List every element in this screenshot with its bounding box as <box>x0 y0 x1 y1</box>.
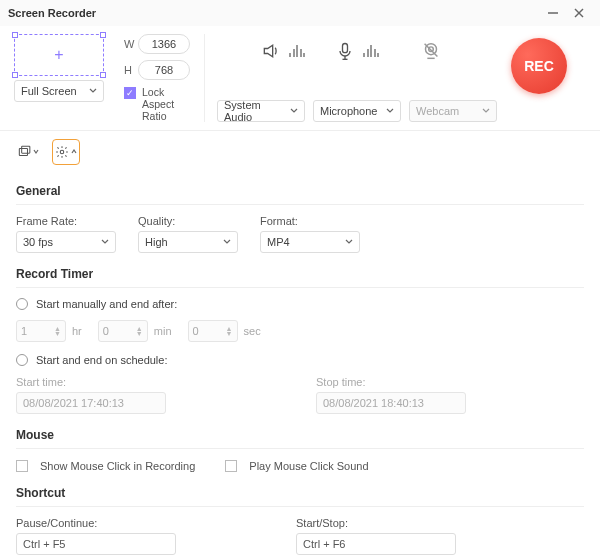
start-time-label: Start time: <box>16 376 166 388</box>
tool-row <box>0 131 600 174</box>
dimensions: W 1366 H 768 ✓ Lock Aspect Ratio <box>124 34 192 122</box>
timer-option-manual[interactable]: Start manually and end after: <box>16 298 584 310</box>
checkbox-icon: ✓ <box>16 460 28 472</box>
record-button[interactable]: REC <box>511 38 567 94</box>
height-label: H <box>124 64 138 76</box>
timer-option-schedule[interactable]: Start and end on schedule: <box>16 354 584 366</box>
minimize-button[interactable] <box>540 0 566 26</box>
quality-label: Quality: <box>138 215 238 227</box>
section-timer: Record Timer <box>16 253 584 288</box>
separator <box>204 34 205 122</box>
stop-time-input[interactable]: 08/08/2021 18:40:13 <box>316 392 466 414</box>
stop-time-label: Stop time: <box>316 376 466 388</box>
svg-point-11 <box>60 150 64 154</box>
audio-source-select[interactable]: System Audio <box>217 100 305 122</box>
capture-region-frame[interactable]: + <box>14 34 104 76</box>
section-general: General <box>16 174 584 205</box>
chevron-down-icon <box>345 238 353 246</box>
section-shortcut: Shortcut <box>16 472 584 507</box>
startstop-shortcut-input[interactable]: Ctrl + F6 <box>296 533 456 555</box>
svg-rect-9 <box>19 149 27 156</box>
framerate-label: Frame Rate: <box>16 215 116 227</box>
start-time-input[interactable]: 08/08/2021 17:40:13 <box>16 392 166 414</box>
svg-rect-3 <box>343 44 348 53</box>
play-click-sound-checkbox[interactable]: ✓ Play Mouse Click Sound <box>225 459 368 472</box>
show-mouse-click-checkbox[interactable]: ✓ Show Mouse Click in Recording <box>16 459 195 472</box>
close-button[interactable] <box>566 0 592 26</box>
chevron-down-icon <box>386 107 394 115</box>
hours-input[interactable]: 1▲▼ <box>16 320 66 342</box>
capture-preset-select[interactable]: Full Screen <box>14 80 104 102</box>
minutes-unit: min <box>154 325 172 337</box>
checkbox-checked-icon: ✓ <box>124 87 136 99</box>
duration-row: 1▲▼ hr 0▲▼ min 0▲▼ sec <box>16 320 584 342</box>
seconds-input[interactable]: 0▲▼ <box>188 320 238 342</box>
timer-option-manual-label: Start manually and end after: <box>36 298 177 310</box>
hours-unit: hr <box>72 325 82 337</box>
record-button-label: REC <box>524 58 554 74</box>
format-label: Format: <box>260 215 360 227</box>
section-mouse: Mouse <box>16 414 584 449</box>
window-title: Screen Recorder <box>8 7 96 19</box>
titlebar: Screen Recorder <box>0 0 600 26</box>
settings-panel: General Frame Rate: 30 fps Quality: High… <box>0 174 600 555</box>
screenshot-tool[interactable] <box>14 139 42 165</box>
pause-shortcut-input[interactable]: Ctrl + F5 <box>16 533 176 555</box>
height-input[interactable]: 768 <box>138 60 190 80</box>
microphone-icon[interactable] <box>335 40 379 62</box>
lock-aspect-label: Lock Aspect Ratio <box>142 86 192 122</box>
quality-select[interactable]: High <box>138 231 238 253</box>
seconds-unit: sec <box>244 325 261 337</box>
mic-source-select[interactable]: Microphone <box>313 100 401 122</box>
audio-source-value: System Audio <box>224 99 290 123</box>
capture-preset-value: Full Screen <box>21 85 77 97</box>
chevron-down-icon <box>223 238 231 246</box>
framerate-select[interactable]: 30 fps <box>16 231 116 253</box>
chevron-down-icon <box>101 238 109 246</box>
chevron-down-icon <box>482 107 490 115</box>
capture-and-sources: + Full Screen W 1366 H 768 ✓ Lock Aspect… <box>0 26 600 131</box>
startstop-shortcut-label: Start/Stop: <box>296 517 456 529</box>
webcam-source-value: Webcam <box>416 105 459 117</box>
chevron-down-icon <box>89 87 97 95</box>
width-input[interactable]: 1366 <box>138 34 190 54</box>
mic-source-value: Microphone <box>320 105 377 117</box>
webcam-source-select[interactable]: Webcam <box>409 100 497 122</box>
format-select[interactable]: MP4 <box>260 231 360 253</box>
show-mouse-click-label: Show Mouse Click in Recording <box>40 460 195 472</box>
pause-shortcut-label: Pause/Continue: <box>16 517 176 529</box>
svg-rect-10 <box>22 146 30 153</box>
radio-icon <box>16 354 28 366</box>
width-label: W <box>124 38 138 50</box>
play-click-sound-label: Play Mouse Click Sound <box>249 460 368 472</box>
capture-area: + Full Screen <box>14 34 118 122</box>
checkbox-icon: ✓ <box>225 460 237 472</box>
radio-icon <box>16 298 28 310</box>
speaker-icon[interactable] <box>261 40 305 62</box>
source-group: System Audio Microphone Webcam <box>217 34 497 122</box>
webcam-icon[interactable] <box>409 40 453 62</box>
chevron-down-icon <box>290 107 298 115</box>
lock-aspect-row[interactable]: ✓ Lock Aspect Ratio <box>124 86 192 122</box>
minutes-input[interactable]: 0▲▼ <box>98 320 148 342</box>
settings-tool[interactable] <box>52 139 80 165</box>
timer-option-schedule-label: Start and end on schedule: <box>36 354 167 366</box>
